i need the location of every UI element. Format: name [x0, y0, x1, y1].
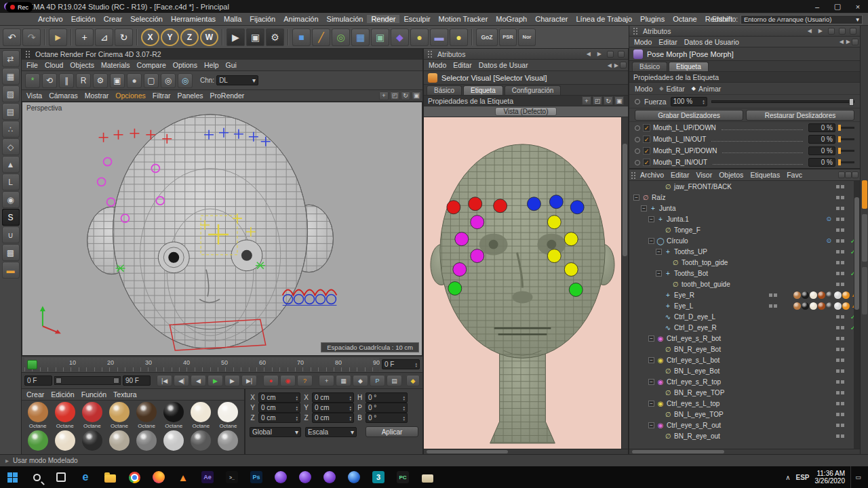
- menu-item-character[interactable]: Character: [531, 15, 572, 23]
- material-item[interactable]: [106, 430, 132, 451]
- object-tree-item[interactable]: +Eye_L▲: [629, 300, 860, 311]
- object-tree-item[interactable]: +Eye_R▲: [629, 289, 860, 300]
- object-tree-item[interactable]: −◉Ctrl_eye_s_L_bot: [629, 354, 860, 365]
- tree-scrollbar[interactable]: [854, 181, 860, 449]
- rotate-view-icon[interactable]: ↻: [604, 96, 613, 105]
- texture-tag-icon[interactable]: [826, 302, 833, 310]
- octane-pause-icon[interactable]: ∥: [59, 73, 74, 88]
- goz-button[interactable]: GoZ: [476, 28, 498, 46]
- texture-mode-icon[interactable]: ▨: [2, 85, 20, 102]
- restore-sliders-button[interactable]: Restaurar Deslizadores: [746, 110, 854, 121]
- coord-field-z[interactable]: 0 cm▴▾: [258, 413, 300, 423]
- points-mode-icon[interactable]: ∴: [2, 121, 20, 138]
- back-icon[interactable]: ◀: [585, 51, 592, 57]
- menu-item-help[interactable]: Help: [201, 61, 222, 69]
- material-item[interactable]: Octane: [106, 402, 132, 429]
- magnet-icon[interactable]: ∪: [2, 226, 20, 243]
- morph-value-field[interactable]: 0 %: [808, 146, 835, 155]
- coord-system-button[interactable]: W: [200, 28, 218, 46]
- search-button[interactable]: [24, 466, 49, 488]
- timeline-ruler[interactable]: 0102030405060708090 0 F▴▾: [22, 356, 422, 372]
- tab-etiqueta[interactable]: Etiqueta: [463, 85, 503, 95]
- object-tree-item[interactable]: −◉Ctrl_eye_s_R_top: [629, 376, 860, 387]
- morph-slider[interactable]: [838, 161, 854, 163]
- menu-item-objects[interactable]: Objects: [66, 61, 98, 69]
- axis-y-button[interactable]: Y: [161, 28, 179, 46]
- octane-clay-icon[interactable]: ▢: [144, 73, 159, 88]
- start-button[interactable]: [0, 466, 24, 488]
- pose-control-dot[interactable]: [570, 201, 584, 214]
- tree-horizontal-scrollbar[interactable]: [629, 449, 860, 454]
- transform-mode-dropdown[interactable]: Escala▾: [305, 427, 357, 437]
- pycharm-icon[interactable]: PC: [391, 466, 415, 488]
- spline-pen-icon[interactable]: ╱: [312, 28, 330, 46]
- texture-tag-icon[interactable]: [793, 302, 801, 310]
- search-icon[interactable]: [838, 171, 845, 178]
- wireframe-head-canvas[interactable]: [22, 102, 422, 355]
- animation-dot-icon[interactable]: [635, 125, 640, 131]
- menu-item-vista[interactable]: Vista: [23, 92, 45, 100]
- toggle-view-icon[interactable]: ▣: [412, 92, 421, 100]
- texture-tag-strip[interactable]: ▲: [793, 302, 857, 310]
- selected-tag-row[interactable]: Pose Morph [Pose Morph]: [629, 47, 860, 61]
- menu-item-mograph[interactable]: MoGraph: [492, 15, 531, 23]
- pose-control-dot[interactable]: [455, 232, 469, 246]
- range-end-field[interactable]: 90 F: [123, 375, 151, 386]
- menu-item-animaci-n[interactable]: Animación: [279, 15, 322, 23]
- notes-icon[interactable]: [415, 466, 439, 488]
- render-settings-icon[interactable]: ⚙: [266, 28, 284, 46]
- visibility-dots[interactable]: [836, 348, 844, 351]
- key-icon[interactable]: ◆: [406, 375, 420, 386]
- visibility-dots[interactable]: [836, 326, 844, 329]
- octane-settings-icon[interactable]: ⚙: [93, 73, 108, 88]
- layout-tab[interactable]: [862, 214, 867, 262]
- visibility-dots[interactable]: [836, 337, 844, 340]
- pose-control-dot[interactable]: [549, 195, 563, 209]
- expand-toggle[interactable]: −: [648, 216, 654, 222]
- xpresso-tag-icon[interactable]: ⊙: [826, 216, 831, 222]
- live-selection-icon[interactable]: ►: [49, 28, 67, 46]
- new-panel-icon[interactable]: [852, 171, 859, 178]
- horizontal-scrollbar[interactable]: [424, 449, 628, 454]
- volume-icon[interactable]: ▣: [371, 28, 389, 46]
- menu-item-visor[interactable]: Visor: [692, 171, 715, 179]
- axis-mode-icon[interactable]: L: [2, 174, 20, 190]
- menu-item-crear[interactable]: Crear: [23, 390, 47, 399]
- material-item[interactable]: [161, 430, 187, 451]
- octane-pick-icon[interactable]: ◎: [161, 73, 176, 88]
- octane-ball-icon[interactable]: ●: [127, 73, 142, 88]
- menu-item-c-maras[interactable]: Cámaras: [45, 92, 81, 100]
- search-icon[interactable]: [607, 51, 614, 58]
- xpresso-tag-icon[interactable]: ⊙: [826, 237, 831, 244]
- apply-button[interactable]: Aplicar: [366, 426, 418, 437]
- texture-tag-icon[interactable]: [842, 302, 850, 310]
- menu-item-selecci-n[interactable]: Selección: [126, 15, 167, 23]
- morph-enabled-checkbox[interactable]: ✓: [643, 147, 650, 155]
- menu-item-archivo[interactable]: Archivo: [34, 15, 67, 23]
- 3ds-icon[interactable]: 3: [366, 466, 391, 488]
- toggle-view-icon[interactable]: ▣: [614, 96, 624, 105]
- pose-control-dot[interactable]: [453, 263, 467, 277]
- octane-window-titlebar[interactable]: Octane Render For Cinema 4D 3.07-R2: [22, 49, 422, 60]
- key-rotation-icon[interactable]: ◆: [353, 375, 368, 386]
- texture-tag-icon[interactable]: [810, 302, 817, 310]
- visibility-dots[interactable]: [836, 261, 844, 264]
- visibility-dots[interactable]: [836, 272, 844, 275]
- shaded-head-canvas[interactable]: [424, 117, 621, 449]
- search-icon[interactable]: [828, 28, 835, 35]
- menu-item-gui[interactable]: Gui: [222, 61, 240, 69]
- octane-region-icon[interactable]: R: [76, 73, 91, 88]
- octane-refresh-icon[interactable]: ⟲: [42, 73, 57, 88]
- expand-toggle[interactable]: −: [648, 379, 654, 385]
- object-tree-item[interactable]: ∅BN_L_eye_TOP: [629, 409, 860, 420]
- key-parameter-icon[interactable]: P: [370, 375, 385, 386]
- vertical-scrollbar[interactable]: [621, 117, 628, 449]
- pose-control-dot[interactable]: [564, 232, 578, 246]
- animation-dot-icon[interactable]: [635, 137, 640, 142]
- visibility-dots[interactable]: [836, 185, 844, 188]
- menu-item-modo[interactable]: Modo: [631, 38, 655, 46]
- material-item[interactable]: Octane: [52, 402, 78, 429]
- zoom-view-icon[interactable]: ◰: [593, 96, 602, 105]
- edge-icon[interactable]: e: [73, 466, 98, 488]
- morph-enabled-checkbox[interactable]: ✓: [643, 159, 650, 166]
